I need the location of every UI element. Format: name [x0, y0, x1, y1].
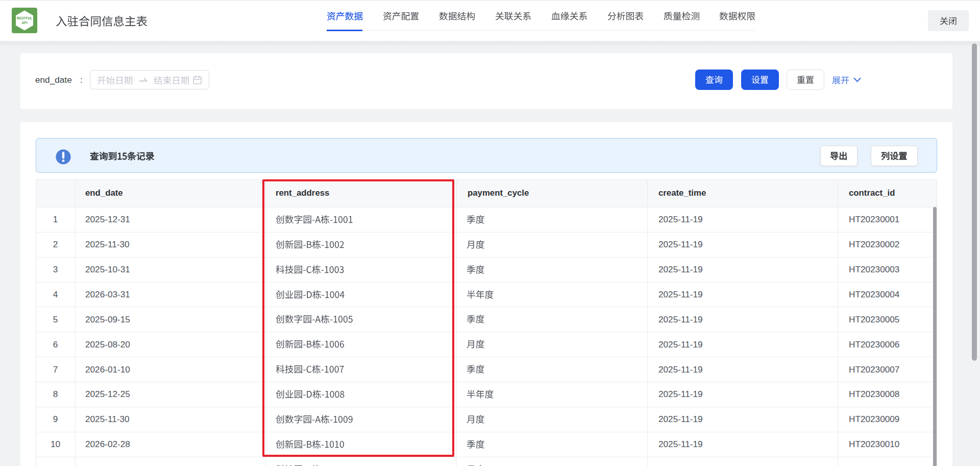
svg-text:RESTFUL: RESTFUL [17, 16, 32, 20]
svg-text:API: API [22, 21, 28, 25]
